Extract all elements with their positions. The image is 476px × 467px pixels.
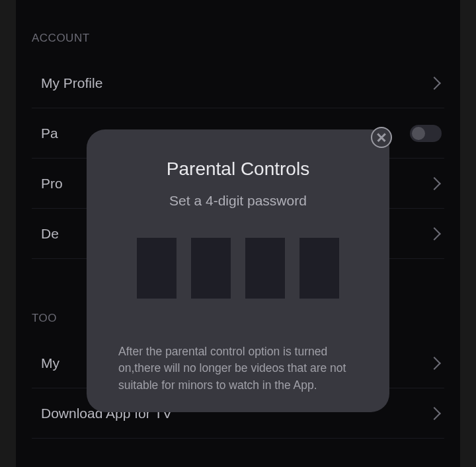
chevron-right-icon [428, 77, 441, 90]
close-icon [377, 133, 386, 142]
chevron-right-icon [428, 177, 441, 190]
pin-input-row [137, 238, 339, 299]
pin-digit-4[interactable] [299, 238, 339, 299]
pin-digit-3[interactable] [245, 238, 285, 299]
modal-title: Parental Controls [167, 159, 309, 180]
parental-controls-modal: Parental Controls Set a 4-digit password… [87, 129, 389, 412]
pin-digit-2[interactable] [191, 238, 231, 299]
chevron-right-icon [428, 407, 441, 420]
chevron-right-icon [428, 227, 441, 240]
list-item-label: My [32, 355, 60, 371]
list-item-label: De [32, 226, 59, 242]
account-section-header: ACCOUNT [32, 0, 444, 58]
list-item-label: Pa [32, 126, 58, 141]
toggle-knob [412, 127, 425, 140]
close-button[interactable] [371, 127, 392, 148]
parental-controls-toggle[interactable] [410, 125, 442, 142]
pin-digit-1[interactable] [137, 238, 177, 299]
modal-description: After the parental control option is tur… [113, 343, 363, 394]
list-item-my-profile[interactable]: My Profile [32, 58, 444, 108]
list-item-label: My Profile [32, 75, 102, 91]
chevron-right-icon [428, 357, 441, 370]
modal-subtitle: Set a 4-digit password [169, 193, 307, 209]
list-item-label: Pro [32, 176, 63, 192]
